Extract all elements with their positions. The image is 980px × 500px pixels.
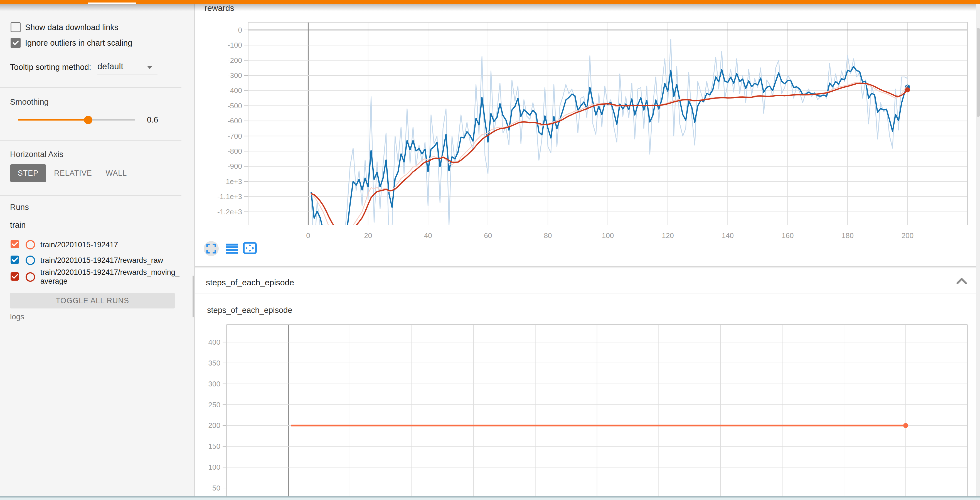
check-icon bbox=[12, 256, 18, 262]
runs-label: Runs bbox=[10, 203, 29, 212]
steps-card-title: steps_of_each_episode bbox=[207, 306, 292, 315]
chevron-up-icon bbox=[956, 277, 967, 285]
rewards-card-title: rewards bbox=[205, 3, 234, 13]
svg-text:160: 160 bbox=[782, 231, 794, 240]
section-divider-band bbox=[195, 267, 976, 268]
smoothing-slider-thumb[interactable] bbox=[84, 116, 92, 124]
svg-text:100: 100 bbox=[208, 463, 220, 471]
svg-text:-1.1e+3: -1.1e+3 bbox=[217, 193, 242, 201]
axis-wall-button[interactable]: WALL bbox=[105, 164, 127, 182]
tooltip-sorting-label: Tooltip sorting method: bbox=[10, 63, 91, 72]
run-radio-rewards-moving-average[interactable] bbox=[25, 272, 35, 282]
svg-text:-200: -200 bbox=[228, 56, 242, 65]
svg-text:-800: -800 bbox=[228, 147, 242, 155]
axis-relative-button[interactable]: RELATIVE bbox=[56, 164, 91, 182]
sidebar: Show data download links Ignore outliers… bbox=[0, 4, 195, 500]
svg-text:120: 120 bbox=[662, 231, 674, 240]
svg-text:40: 40 bbox=[424, 231, 432, 240]
smoothing-value-underline bbox=[143, 127, 178, 127]
run-radio-train[interactable] bbox=[25, 240, 35, 250]
run-label: train/20201015-192417 bbox=[40, 240, 181, 249]
svg-text:80: 80 bbox=[544, 231, 552, 240]
bottom-edge-light bbox=[0, 497, 980, 500]
rewards-chart[interactable]: 0-100-200-300-400-500-600-700-800-900-1e… bbox=[195, 0, 976, 267]
horizontal-axis-label: Horizontal Axis bbox=[10, 150, 64, 159]
run-checkbox-train[interactable] bbox=[11, 240, 19, 248]
svg-text:-400: -400 bbox=[228, 86, 242, 95]
section-header-divider bbox=[195, 293, 976, 293]
tooltip-sorting-underline bbox=[97, 75, 158, 75]
show-data-download-links-label: Show data download links bbox=[25, 23, 118, 32]
run-checkbox-rewards-moving-average[interactable] bbox=[11, 272, 19, 280]
check-icon bbox=[12, 240, 18, 246]
header-bar bbox=[0, 0, 980, 4]
svg-text:-100: -100 bbox=[228, 41, 242, 49]
check-icon bbox=[13, 39, 19, 45]
tensorboard-app: Show data download links Ignore outliers… bbox=[0, 0, 980, 500]
divider bbox=[0, 140, 181, 140]
svg-text:-1e+3: -1e+3 bbox=[223, 177, 242, 186]
run-checkbox-rewards-raw[interactable] bbox=[11, 256, 19, 264]
fit-to-data-icon bbox=[243, 242, 257, 254]
runs-filter-underline bbox=[10, 233, 178, 233]
smoothing-value[interactable]: 0.6 bbox=[147, 115, 158, 124]
svg-text:60: 60 bbox=[484, 231, 492, 240]
svg-text:180: 180 bbox=[842, 231, 853, 240]
logs-label: logs bbox=[10, 312, 24, 321]
ignore-outliers-label: Ignore outliers in chart scaling bbox=[25, 38, 132, 48]
steps-chart[interactable]: 40035030025020015010050 bbox=[195, 295, 976, 500]
svg-text:-300: -300 bbox=[228, 71, 242, 80]
section-header-title[interactable]: steps_of_each_episode bbox=[206, 278, 294, 287]
divider bbox=[0, 87, 181, 88]
svg-text:-500: -500 bbox=[228, 102, 242, 110]
smoothing-label: Smoothing bbox=[10, 97, 49, 107]
svg-text:300: 300 bbox=[208, 380, 220, 388]
runs-filter-input[interactable]: train bbox=[10, 220, 25, 230]
divider bbox=[0, 195, 181, 196]
run-label: train/20201015-192417/rewards_moving_ave… bbox=[40, 268, 181, 286]
page-scrollbar-thumb[interactable] bbox=[977, 28, 980, 117]
svg-text:50: 50 bbox=[212, 484, 220, 492]
run-label: train/20201015-192417/rewards_raw bbox=[40, 256, 181, 265]
svg-text:100: 100 bbox=[602, 231, 614, 240]
fullscreen-icon bbox=[206, 244, 216, 254]
svg-text:0: 0 bbox=[238, 26, 242, 34]
svg-text:-700: -700 bbox=[228, 132, 242, 140]
svg-text:250: 250 bbox=[208, 401, 220, 409]
chevron-down-icon[interactable] bbox=[147, 66, 153, 69]
svg-text:200: 200 bbox=[902, 231, 913, 240]
ignore-outliers-checkbox[interactable] bbox=[11, 38, 21, 48]
svg-text:-900: -900 bbox=[228, 162, 242, 170]
svg-text:350: 350 bbox=[208, 359, 220, 367]
page-scrollbar[interactable] bbox=[976, 4, 980, 500]
axis-step-button[interactable]: STEP bbox=[10, 164, 46, 182]
show-data-download-links-checkbox[interactable] bbox=[11, 22, 21, 32]
lines-icon bbox=[226, 243, 238, 254]
tooltip-sorting-select[interactable]: default bbox=[97, 62, 123, 72]
check-icon bbox=[12, 272, 18, 279]
smoothing-slider-fill bbox=[18, 119, 88, 121]
fullscreen-button[interactable] bbox=[204, 241, 219, 256]
run-radio-rewards-raw[interactable] bbox=[25, 256, 35, 265]
svg-text:20: 20 bbox=[364, 231, 372, 240]
toggle-all-runs-button[interactable]: TOGGLE ALL RUNS bbox=[10, 293, 175, 309]
svg-text:140: 140 bbox=[722, 231, 734, 240]
collapse-section-button[interactable] bbox=[956, 277, 967, 286]
active-tab-underline bbox=[88, 3, 136, 4]
sidebar-scrollbar-thumb[interactable] bbox=[192, 275, 194, 317]
svg-text:0: 0 bbox=[306, 231, 310, 240]
svg-text:150: 150 bbox=[208, 442, 220, 451]
svg-text:-600: -600 bbox=[228, 117, 242, 125]
fit-domain-button[interactable] bbox=[243, 242, 257, 255]
svg-text:-1.2e+3: -1.2e+3 bbox=[217, 208, 242, 216]
svg-text:200: 200 bbox=[208, 421, 220, 430]
svg-text:400: 400 bbox=[208, 338, 220, 346]
data-table-button[interactable] bbox=[226, 243, 238, 255]
